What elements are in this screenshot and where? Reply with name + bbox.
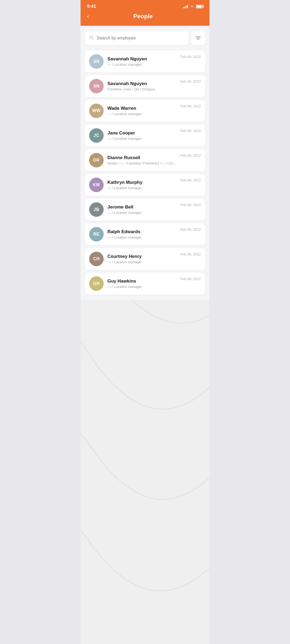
search-row <box>85 31 205 45</box>
employee-role: — / Location manager <box>107 285 176 289</box>
employee-info: Savannah Nguyen— / Location manager <box>107 56 176 67</box>
employee-role: — / Location manager <box>107 186 176 190</box>
status-icons <box>183 4 203 9</box>
avatar: SN <box>89 54 104 69</box>
employee-info: Jerome Bell— / Location manager <box>107 204 176 215</box>
employee-date: Feb 08, 2022 <box>180 153 201 158</box>
employee-list: SNSavannah Nguyen— / Location managerFeb… <box>85 50 205 295</box>
svg-line-1 <box>92 38 93 39</box>
employee-name: Wade Warren <box>107 106 176 111</box>
back-button[interactable]: ‹ <box>87 12 91 20</box>
employee-name: Ralph Edwards <box>107 229 176 235</box>
employee-role: — / Location manager <box>107 260 176 264</box>
search-wrapper <box>85 31 189 45</box>
employee-card[interactable]: GHGuy Hawkins— / Location managerFeb 08,… <box>85 273 205 295</box>
wifi-icon <box>190 4 194 9</box>
employee-role: — / Location manager <box>107 63 176 67</box>
employee-info: Ralph Edwards— / Location manager <box>107 229 176 239</box>
employee-name: Guy Hawkins <box>107 279 176 284</box>
employee-info: Dianne RussellNastie / — / Caretaker Fre… <box>107 155 176 165</box>
search-icon <box>89 35 94 41</box>
employee-role: Freshline_main / QA / Octopus <box>107 87 176 91</box>
header: ‹ People <box>81 9 209 26</box>
employee-card[interactable]: SNSavannah NguyenFreshline_main / QA / O… <box>85 75 205 97</box>
employee-card[interactable]: DRDianne RussellNastie / — / Caretaker F… <box>85 149 205 171</box>
battery-icon <box>196 5 203 8</box>
employee-name: Kathryn Murphy <box>107 180 176 185</box>
avatar: KM <box>89 178 104 192</box>
employee-date: Feb 08, 2022 <box>180 79 201 83</box>
status-bar: 9:41 <box>81 0 209 9</box>
employee-info: Jane Cooper— / Location manager <box>107 130 176 141</box>
employee-date: Feb 08, 2022 <box>180 277 201 281</box>
employee-date: Feb 08, 2022 <box>180 55 201 59</box>
signal-icon <box>183 5 188 8</box>
employee-date: Feb 08, 2022 <box>180 203 201 207</box>
avatar: SN <box>89 79 104 93</box>
avatar: CH <box>89 252 104 266</box>
employee-role: — / Location manager <box>107 112 176 116</box>
employee-card[interactable]: KMKathryn Murphy— / Location managerFeb … <box>85 174 205 196</box>
employee-name: Savannah Nguyen <box>107 56 176 62</box>
employee-date: Feb 08, 2022 <box>180 129 201 133</box>
filter-button[interactable] <box>191 31 205 45</box>
employee-name: Jerome Bell <box>107 204 176 210</box>
main-content: SNSavannah Nguyen— / Location managerFeb… <box>81 26 209 300</box>
avatar: DR <box>89 153 104 167</box>
employee-card[interactable]: SNSavannah Nguyen— / Location managerFeb… <box>85 50 205 72</box>
avatar: JB <box>89 202 104 217</box>
employee-role: — / Location manager <box>107 137 176 141</box>
employee-date: Feb 08, 2022 <box>180 252 201 256</box>
status-time: 9:41 <box>87 4 96 9</box>
employee-card[interactable]: JBJerome Bell— / Location managerFeb 08,… <box>85 199 205 221</box>
avatar: JC <box>89 128 104 143</box>
avatar: RE <box>89 227 104 241</box>
employee-info: Guy Hawkins— / Location manager <box>107 279 176 289</box>
employee-info: Wade Warren— / Location manager <box>107 106 176 116</box>
employee-name: Jane Cooper <box>107 130 176 136</box>
employee-name: Savannah Nguyen <box>107 81 176 86</box>
avatar: WW <box>89 104 104 118</box>
employee-card[interactable]: RERalph Edwards— / Location managerFeb 0… <box>85 223 205 245</box>
filter-icon <box>195 36 201 40</box>
page-title: People <box>91 13 195 20</box>
employee-date: Feb 08, 2022 <box>180 178 201 182</box>
employee-info: Courtney Henry— / Location manager <box>107 254 176 264</box>
employee-info: Savannah NguyenFreshline_main / QA / Oct… <box>107 81 176 91</box>
employee-name: Dianne Russell <box>107 155 176 160</box>
employee-name: Courtney Henry <box>107 254 176 259</box>
employee-card[interactable]: CHCourtney Henry— / Location managerFeb … <box>85 248 205 270</box>
employee-role: Nastie / — / Caretaker Freshline3 / — / … <box>107 161 176 165</box>
employee-card[interactable]: WWWade Warren— / Location managerFeb 08,… <box>85 100 205 122</box>
employee-role: — / Location manager <box>107 235 176 239</box>
employee-date: Feb 08, 2022 <box>180 228 201 232</box>
employee-card[interactable]: JCJane Cooper— / Location managerFeb 08,… <box>85 125 205 147</box>
employee-info: Kathryn Murphy— / Location manager <box>107 180 176 190</box>
employee-role: — / Location manager <box>107 211 176 215</box>
avatar: GH <box>89 276 104 291</box>
search-input[interactable] <box>97 36 184 41</box>
employee-date: Feb 08, 2022 <box>180 104 201 108</box>
